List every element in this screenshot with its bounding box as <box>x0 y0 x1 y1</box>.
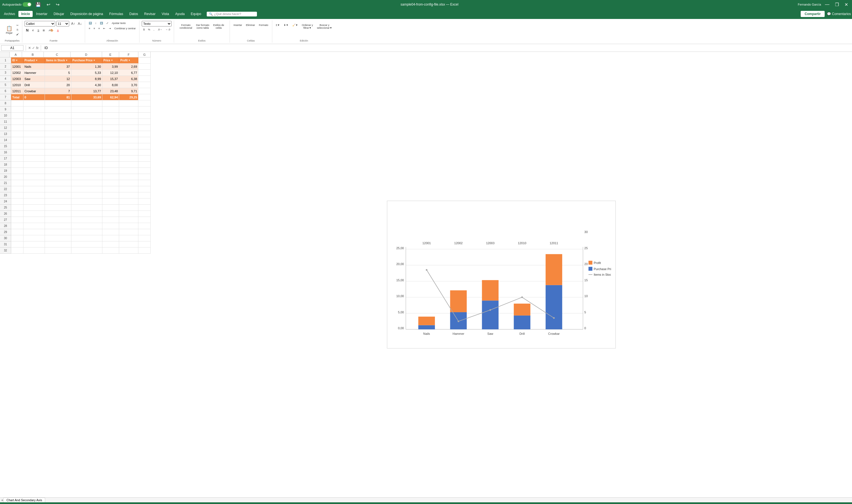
formula-input[interactable]: ID <box>43 46 851 51</box>
cell-d6[interactable]: 13,77 <box>71 88 102 94</box>
row-num-21[interactable]: 21 <box>0 180 11 186</box>
cell-a6[interactable]: 12011 <box>11 88 23 94</box>
row-num-1[interactable]: 1 <box>0 57 11 64</box>
text-direction-button[interactable]: ⤢ <box>105 21 110 25</box>
cell-e7[interactable]: 62,94 <box>102 94 119 100</box>
cell-e2[interactable]: 3,99 <box>102 64 119 70</box>
cell-b4[interactable]: Saw <box>23 76 45 82</box>
cell-d1[interactable]: Purchase Price▼ <box>71 57 102 64</box>
cell-b1[interactable]: Product▼ <box>23 57 45 64</box>
name-box[interactable]: A1 <box>1 45 23 51</box>
sort-filter-button[interactable]: Ordenar yfiltrar▼ <box>300 23 314 37</box>
row-num-24[interactable]: 24 <box>0 198 11 204</box>
cell-e4[interactable]: 15,37 <box>102 76 119 82</box>
cell-a4[interactable]: 12003 <box>11 76 23 82</box>
cell-g5[interactable] <box>138 82 151 88</box>
cell-c7[interactable]: 81 <box>45 94 71 100</box>
col-header-c[interactable]: C <box>44 52 71 57</box>
row-num-20[interactable]: 20 <box>0 174 11 180</box>
menu-ayuda[interactable]: Ayuda <box>172 11 188 17</box>
cell-f4[interactable]: 6,38 <box>119 76 138 82</box>
cell-a5[interactable]: 12010 <box>11 82 23 88</box>
cell-d2[interactable]: 1,30 <box>71 64 102 70</box>
conditional-format-button[interactable]: Formatocondicional <box>178 23 194 37</box>
cell-b3[interactable]: Hammer <box>23 70 45 76</box>
increase-font-button[interactable]: A↑ <box>70 21 76 26</box>
search-box[interactable]: 🔍 ¿Qué desea hacer? <box>207 12 257 16</box>
row-num-28[interactable]: 28 <box>0 223 11 229</box>
cell-c5[interactable]: 20 <box>45 82 71 88</box>
comma-button[interactable]: , <box>152 27 156 32</box>
cancel-formula-icon[interactable]: ✕ <box>28 46 31 50</box>
row-num-27[interactable]: 27 <box>0 217 11 223</box>
redo-button[interactable]: ↪ <box>54 1 61 8</box>
number-format-select[interactable]: Texto <box>142 21 172 26</box>
confirm-formula-icon[interactable]: ✓ <box>32 46 35 50</box>
find-select-button[interactable]: Buscar yseleccionar▼ <box>315 23 333 37</box>
menu-disposicion[interactable]: Disposición de página <box>68 11 106 17</box>
wrap-text-button[interactable]: Ajustar texto <box>110 21 127 25</box>
save-button[interactable]: 💾 <box>34 1 43 8</box>
row-num-2[interactable]: 2 <box>0 64 11 70</box>
align-center-button[interactable]: ≡ <box>92 26 96 31</box>
copy-button[interactable]: ⎘ <box>15 28 20 32</box>
cell-d7[interactable]: 33,69 <box>71 94 102 100</box>
align-middle-button[interactable]: ↕ <box>94 21 98 25</box>
cell-d5[interactable]: 4,30 <box>71 82 102 88</box>
delete-cells-button[interactable]: Eliminar <box>244 23 256 37</box>
row-num-19[interactable]: 19 <box>0 168 11 174</box>
cell-f1[interactable]: Profit▼ <box>119 57 138 64</box>
cell-e5[interactable]: 8,00 <box>102 82 119 88</box>
clear-button[interactable]: 🧹▼ <box>291 23 299 37</box>
menu-equipo[interactable]: Equipo <box>188 11 204 17</box>
underline-button[interactable]: S <box>36 28 40 33</box>
chart-container[interactable]: 0,00 5,00 10,00 15,00 20,00 25,00 0 5 10… <box>387 201 616 348</box>
row-num-9[interactable]: 9 <box>0 107 11 113</box>
autosum-button[interactable]: Σ▼ <box>275 23 281 37</box>
cell-a3[interactable]: 12002 <box>11 70 23 76</box>
align-bottom-button[interactable]: ⬇️ <box>99 21 104 25</box>
menu-vista[interactable]: Vista <box>159 11 172 17</box>
font-color-button[interactable]: A <box>55 28 60 33</box>
row-num-17[interactable]: 17 <box>0 156 11 162</box>
row-num-3[interactable]: 3 <box>0 70 11 76</box>
decrease-font-button[interactable]: A↓ <box>77 21 83 26</box>
cell-g6[interactable] <box>138 88 151 94</box>
cell-f6[interactable]: 9,71 <box>119 88 138 94</box>
col-header-f[interactable]: F <box>119 52 139 57</box>
comments-button[interactable]: 💬 Comentarios <box>827 12 851 16</box>
menu-insertar[interactable]: Insertar <box>33 11 50 17</box>
row-num-15[interactable]: 15 <box>0 143 11 149</box>
cell-e1[interactable]: Price▼ <box>102 57 119 64</box>
format-as-table-button[interactable]: Dar formatocomo tabla <box>195 23 211 37</box>
restore-button[interactable]: ❐ <box>833 1 840 8</box>
cell-b6[interactable]: Crowbar <box>23 88 45 94</box>
row-num-22[interactable]: 22 <box>0 186 11 192</box>
row-num-7[interactable]: 7 <box>0 94 11 100</box>
row-num-10[interactable]: 10 <box>0 113 11 119</box>
cell-f3[interactable]: 6,77 <box>119 70 138 76</box>
cell-b7[interactable]: 0 <box>23 94 45 100</box>
format-painter-button[interactable]: 🖌 <box>15 32 20 36</box>
align-right-button[interactable]: ≡ <box>97 26 101 31</box>
cell-f5[interactable]: 3,70 <box>119 82 138 88</box>
format-cells-button[interactable]: Formato <box>258 23 270 37</box>
col-header-d[interactable]: D <box>71 52 102 57</box>
cell-f7[interactable]: 29,25 <box>119 94 138 100</box>
cell-g7[interactable] <box>138 94 151 100</box>
row-num-31[interactable]: 31 <box>0 241 11 248</box>
menu-inicio[interactable]: Inicio <box>18 11 33 17</box>
cut-button[interactable]: ✂ <box>15 23 20 27</box>
insert-cells-button[interactable]: Insertar <box>232 23 244 37</box>
increase-decimal-button[interactable]: .0→ <box>156 27 164 32</box>
merge-center-button[interactable]: Combinar y centrar <box>113 26 137 31</box>
undo-button[interactable]: ↩ <box>45 1 52 8</box>
row-num-29[interactable]: 29 <box>0 229 11 235</box>
cell-c3[interactable]: 5 <box>45 70 71 76</box>
row-num-25[interactable]: 25 <box>0 204 11 211</box>
cell-c2[interactable]: 37 <box>45 64 71 70</box>
fill-color-button[interactable]: A🎨 <box>47 28 55 33</box>
row-num-5[interactable]: 5 <box>0 82 11 88</box>
font-name-select[interactable]: Calibri <box>24 21 55 26</box>
paste-button[interactable]: 📋 Pegar <box>4 24 14 35</box>
